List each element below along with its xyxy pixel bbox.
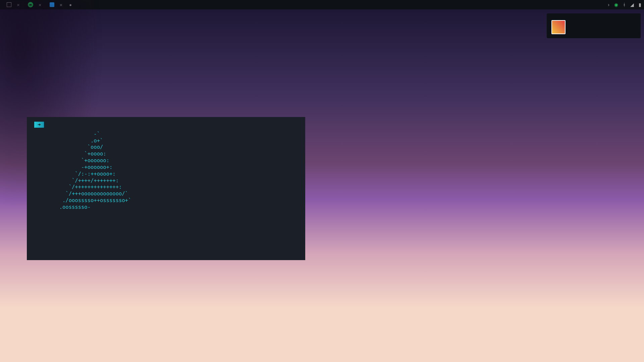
spotify-icon [28,2,33,7]
arrow-icon[interactable]: › [608,2,609,7]
new-tab-button[interactable]: ● [66,2,74,7]
notification-popup[interactable] [547,13,641,38]
left-dock [0,54,19,62]
top-bar-tray: › ◉ ᚼ ◢ ▮ [608,2,641,7]
close-icon[interactable]: × [39,2,42,8]
terminal-window[interactable]: ➜ -` .o+` `ooo/ `+oooo: `+oooooo: -+oooo… [27,117,305,260]
terminal-icon [7,2,11,7]
tab-spotify[interactable]: × [24,0,46,9]
spotify-tray-icon[interactable]: ◉ [614,2,618,7]
terminal-prompt-line: ➜ [34,122,298,128]
wifi-icon[interactable]: ◢ [630,2,634,7]
neofetch-ascii-art: -` .o+` `ooo/ `+oooo: `+oooooo: -+oooooo… [34,131,131,211]
tab-terminal[interactable]: × [3,0,24,9]
vscode-icon [50,2,54,7]
top-bar: × × × ● › ◉ ᚼ ◢ ▮ [0,0,644,9]
prompt-arrow-icon: ➜ [34,122,44,128]
tab-vscode[interactable]: × [46,0,67,9]
close-icon[interactable]: × [17,2,20,8]
close-icon[interactable]: × [60,2,63,8]
battery-icon[interactable]: ▮ [639,2,641,7]
album-art-icon [551,20,566,34]
bluetooth-icon[interactable]: ᚼ [623,2,626,7]
top-bar-tabs: × × × ● [3,0,74,9]
